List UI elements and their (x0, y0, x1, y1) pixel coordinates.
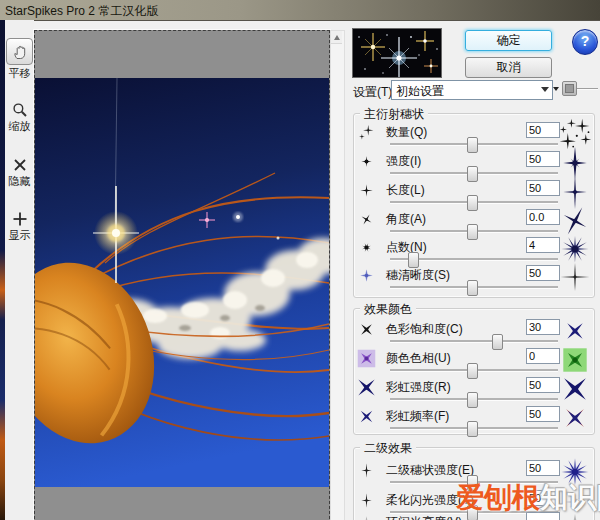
param-value-input[interactable] (526, 237, 560, 253)
param-label: 颜色色相(U) (386, 350, 451, 367)
group-box-2: 效果颜色色彩饱和度(C)颜色色相(U)彩虹强度(R)彩虹频率(F) (353, 308, 595, 435)
param-value-input[interactable] (526, 319, 560, 335)
param-slider-track[interactable] (390, 230, 558, 233)
tilted-star-icon (355, 208, 378, 231)
image-preview[interactable] (34, 30, 330, 520)
param-value-input[interactable] (526, 348, 560, 364)
tool-show-label: 显示 (9, 229, 31, 241)
param-slider-thumb[interactable] (492, 334, 503, 350)
param-value-input[interactable] (526, 490, 560, 506)
hide-icon (11, 156, 28, 173)
param-label: 强度(I) (386, 153, 421, 170)
param-value-input[interactable] (526, 122, 560, 138)
group-title: 二级效果 (360, 440, 416, 457)
soft-cross-icon (355, 264, 378, 287)
param-value-input[interactable] (526, 265, 560, 281)
tool-show[interactable]: 显示 (5, 210, 34, 241)
param-slider-thumb[interactable] (467, 195, 478, 211)
rainbow-x-star-icon (557, 400, 593, 436)
param-label: 角度(A) (386, 211, 426, 228)
param-value-input[interactable] (526, 377, 560, 393)
small-spike-star-icon (355, 459, 378, 482)
tool-strip: 平移 缩放 隐藏 显示 (5, 20, 34, 520)
param-value-input[interactable] (526, 460, 560, 476)
scrollbar-up-button[interactable] (331, 31, 342, 44)
param-value-input[interactable] (526, 406, 560, 422)
param-slider-track[interactable] (390, 286, 558, 289)
chevron-down-icon (541, 87, 549, 92)
param-slider-thumb[interactable] (467, 224, 478, 240)
param-slider-thumb[interactable] (467, 280, 478, 296)
tool-hide[interactable]: 隐藏 (5, 156, 34, 187)
tool-hide-label: 隐藏 (9, 175, 31, 187)
preview-matte-top (35, 31, 329, 78)
param-label: 二级穗状强度(E) (386, 462, 474, 479)
group-box-3: 二级效果二级穗状强度(E)柔化闪光强度(Y)环闪光亮度(V) (353, 447, 595, 520)
preset-dropdown[interactable]: 初始设置 (391, 80, 553, 100)
param-label: 长度(L) (386, 182, 425, 199)
param-slider-track[interactable] (390, 172, 558, 175)
param-slider-thumb[interactable] (467, 363, 478, 379)
param-label: 柔化闪光强度(Y) (386, 492, 474, 509)
effect-thumbnail (352, 28, 442, 78)
window-title: StarSpikes Pro 2 常工汉化版 (5, 3, 158, 20)
help-button[interactable]: ? (572, 29, 598, 55)
tool-zoom[interactable]: 缩放 (5, 101, 34, 132)
preview-matte-bottom (35, 487, 329, 520)
small-spike-star-icon (355, 489, 378, 512)
param-slider-track[interactable] (390, 481, 558, 484)
group-box-1: 主衍射穗状数量(Q)强度(I)长度(L)角度(A)点数(N)穗清晰度(S) (353, 113, 595, 298)
param-label: 彩虹频率(F) (386, 408, 449, 425)
param-slider-thumb[interactable] (467, 421, 478, 437)
param-label: 彩虹强度(R) (386, 379, 451, 396)
param-slider-thumb[interactable] (467, 166, 478, 182)
param-label: 点数(N) (386, 239, 427, 256)
spike-star-icon (355, 179, 378, 202)
cancel-button[interactable]: 取消 (465, 57, 552, 78)
param-value-input[interactable] (526, 151, 560, 167)
param-slider-track[interactable] (390, 258, 558, 261)
param-slider-track[interactable] (390, 143, 558, 146)
param-slider-thumb[interactable] (467, 392, 478, 408)
preset-options-button[interactable] (562, 81, 577, 96)
preset-menu-arrow-icon[interactable] (553, 87, 559, 91)
param-value-input[interactable] (526, 512, 560, 520)
magnifier-icon (11, 101, 28, 118)
ok-button[interactable]: 确定 (465, 30, 552, 51)
param-slider-track[interactable] (390, 340, 558, 343)
param-slider-track[interactable] (390, 398, 558, 401)
param-label: 数量(Q) (386, 124, 427, 141)
param-slider-track[interactable] (390, 201, 558, 204)
divider (577, 88, 598, 90)
tool-pan[interactable]: 平移 (5, 38, 34, 79)
slider-row: 环闪光亮度(V) (354, 514, 592, 520)
navy-x-large-icon (353, 374, 380, 401)
param-value-input[interactable] (526, 209, 560, 225)
starspikes-dialog: StarSpikes Pro 2 常工汉化版 平移 缩放 隐藏 显示 (0, 0, 600, 520)
controls-panel: 确定 取消 ? 设置(T): 初始设置 主衍射穗状数量(Q)强度(I)长度(L)… (350, 0, 600, 520)
param-value-input[interactable] (526, 180, 560, 196)
param-label: 穗清晰度(S) (386, 267, 450, 284)
preview-scrollbar[interactable] (330, 30, 345, 520)
param-slider-thumb[interactable] (408, 252, 419, 268)
dot-burst-icon (355, 236, 378, 259)
tool-pan-label: 平移 (9, 67, 31, 79)
slider-row: 彩虹频率(F) (354, 408, 592, 436)
param-slider-track[interactable] (390, 369, 558, 372)
jellyfish-photo (35, 78, 329, 487)
param-slider-thumb[interactable] (467, 475, 478, 491)
dot-star-icon (355, 150, 378, 173)
black-x-star-icon (353, 316, 380, 343)
soft-spike-star-icon (355, 511, 378, 520)
param-slider-thumb[interactable] (467, 137, 478, 153)
soft-spike-star-icon (557, 506, 593, 520)
scrollbar-up-icon (334, 35, 340, 40)
show-icon (11, 210, 28, 227)
thin-cross-icon (557, 259, 593, 295)
tiny-stars-icon (355, 121, 378, 144)
tool-zoom-label: 缩放 (9, 120, 31, 132)
purple-hue-star-icon (353, 345, 380, 372)
slider-row: 穗清晰度(S) (354, 267, 592, 295)
param-slider-track[interactable] (390, 427, 558, 430)
param-label: 色彩饱和度(C) (386, 321, 463, 338)
